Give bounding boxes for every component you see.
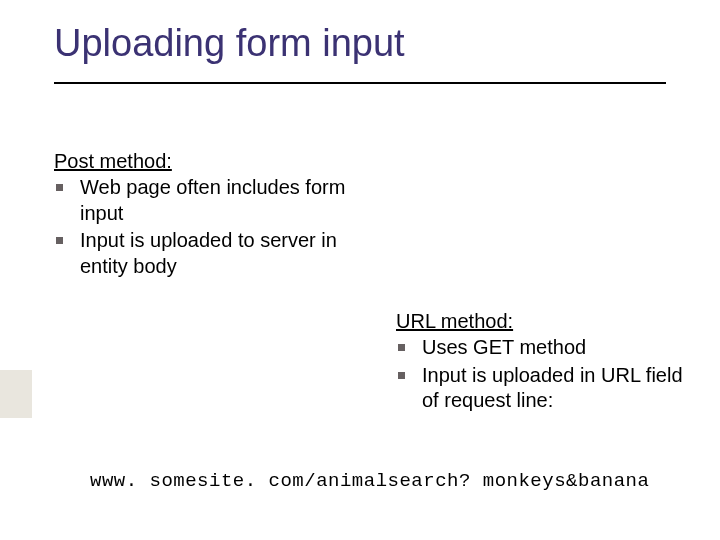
- url-method-list: Uses GET method Input is uploaded in URL…: [396, 335, 686, 414]
- slide-title: Uploading form input: [54, 22, 405, 65]
- list-item: Uses GET method: [396, 335, 686, 361]
- url-method-heading: URL method:: [396, 310, 686, 333]
- list-item: Input is uploaded in URL field of reques…: [396, 363, 686, 414]
- title-underline: [54, 82, 666, 84]
- list-item: Input is uploaded to server in entity bo…: [54, 228, 364, 279]
- list-item: Web page often includes form input: [54, 175, 364, 226]
- post-method-section: Post method: Web page often includes for…: [54, 150, 364, 279]
- slide: Uploading form input Post method: Web pa…: [0, 0, 720, 540]
- example-url: www. somesite. com/animalsearch? monkeys…: [90, 470, 649, 492]
- post-method-list: Web page often includes form input Input…: [54, 175, 364, 279]
- url-method-section: URL method: Uses GET method Input is upl…: [396, 310, 686, 414]
- side-accent: [0, 370, 32, 418]
- post-method-heading: Post method:: [54, 150, 364, 173]
